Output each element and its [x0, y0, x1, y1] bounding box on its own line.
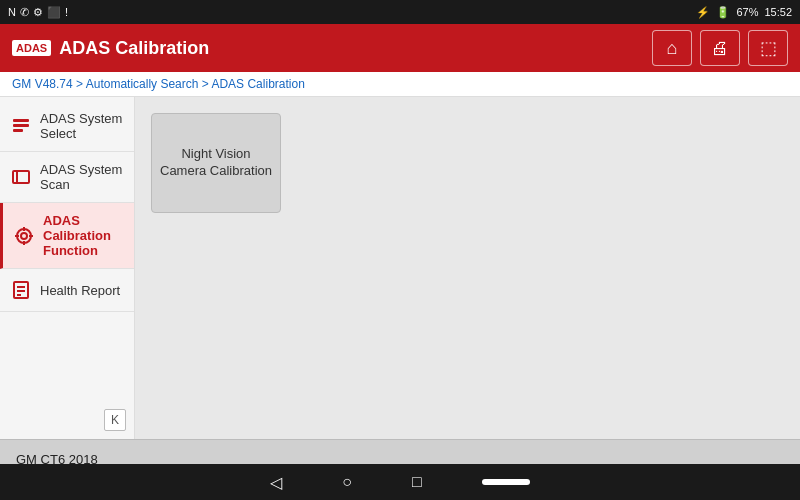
settings-status-icon: ⚙	[33, 6, 43, 19]
header: ADAS ADAS Calibration ⌂ 🖨 ⬚	[0, 24, 800, 72]
svg-rect-2	[13, 129, 23, 132]
status-left-icons: N ✆ ⚙ ⬛ !	[8, 6, 68, 19]
breadcrumb: GM V48.74 > Automatically Search > ADAS …	[0, 72, 800, 97]
battery-percent: 67%	[736, 6, 758, 18]
content-area: Night Vision Camera Calibration	[135, 97, 800, 439]
android-nav-bar: ◁ ○ □	[0, 464, 800, 500]
sidebar-label-health-report: Health Report	[40, 283, 120, 298]
sidebar-item-adas-system-select[interactable]: ADAS System Select	[0, 101, 134, 152]
adas-system-select-icon	[10, 115, 32, 137]
bluetooth-icon: ⚡	[696, 6, 710, 19]
adas-logo: ADAS	[12, 40, 51, 56]
print-button[interactable]: 🖨	[700, 30, 740, 66]
home-nav-button[interactable]: ○	[342, 473, 352, 491]
breadcrumb-text: GM V48.74 > Automatically Search > ADAS …	[12, 77, 305, 91]
sidebar-label-adas-calibration-function: ADAS Calibration Function	[43, 213, 124, 258]
header-actions: ⌂ 🖨 ⬚	[652, 30, 788, 66]
header-title-group: ADAS ADAS Calibration	[12, 38, 209, 59]
phone-icon: ✆	[20, 6, 29, 19]
svg-point-5	[17, 229, 31, 243]
clock: 15:52	[764, 6, 792, 18]
network-icon: N	[8, 6, 16, 18]
recents-button[interactable]: □	[412, 473, 422, 491]
exit-icon: ⬚	[760, 37, 777, 59]
collapse-icon: K	[111, 413, 119, 427]
app-title: ADAS Calibration	[59, 38, 209, 59]
svg-rect-3	[13, 171, 29, 183]
sidebar: ADAS System Select ADAS System Scan	[0, 97, 135, 439]
health-report-icon	[10, 279, 32, 301]
sidebar-label-adas-system-scan: ADAS System Scan	[40, 162, 124, 192]
sidebar-collapse-button[interactable]: K	[104, 409, 126, 431]
sidebar-item-adas-system-scan[interactable]: ADAS System Scan	[0, 152, 134, 203]
night-vision-camera-label: Night Vision Camera Calibration	[160, 146, 272, 180]
status-bar: N ✆ ⚙ ⬛ ! ⚡ 🔋 67% 15:52	[0, 0, 800, 24]
pill-nav[interactable]	[482, 479, 530, 485]
main-layout: ADAS System Select ADAS System Scan	[0, 97, 800, 439]
svg-rect-0	[13, 119, 29, 122]
home-icon: ⌂	[667, 38, 678, 59]
alert-icon: !	[65, 6, 68, 18]
print-icon: 🖨	[711, 38, 729, 59]
exit-button[interactable]: ⬚	[748, 30, 788, 66]
wifi-status-icon: ⬛	[47, 6, 61, 19]
adas-calibration-icon	[13, 225, 35, 247]
svg-rect-1	[13, 124, 29, 127]
status-right-icons: ⚡ 🔋 67% 15:52	[696, 6, 792, 19]
back-button[interactable]: ◁	[270, 473, 282, 492]
sidebar-label-adas-system-select: ADAS System Select	[40, 111, 124, 141]
night-vision-camera-card[interactable]: Night Vision Camera Calibration	[151, 113, 281, 213]
sidebar-item-health-report[interactable]: Health Report	[0, 269, 134, 312]
home-button[interactable]: ⌂	[652, 30, 692, 66]
battery-icon: 🔋	[716, 6, 730, 19]
svg-point-6	[21, 233, 27, 239]
adas-system-scan-icon	[10, 166, 32, 188]
sidebar-item-adas-calibration-function[interactable]: ADAS Calibration Function	[0, 203, 134, 269]
